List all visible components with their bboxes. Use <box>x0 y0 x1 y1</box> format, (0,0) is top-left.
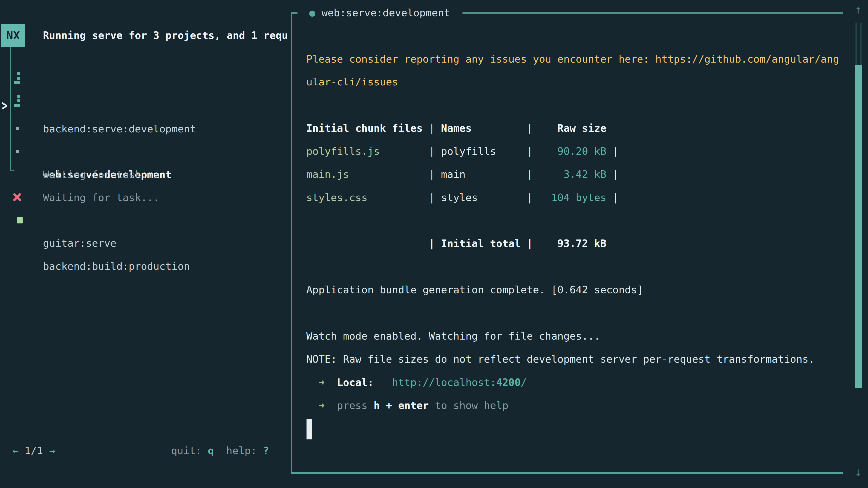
chunk-size: 3.42 kB <box>539 168 607 180</box>
panel-border-top-stub <box>291 12 298 14</box>
pad <box>306 399 318 412</box>
task-row-guitar-serve[interactable]: guitar:serve <box>0 186 291 209</box>
task-row-web-serve-selected[interactable]: > web:serve:development <box>0 94 291 117</box>
spinner-icon <box>14 95 21 107</box>
help-hint-pre: press <box>337 399 374 412</box>
header-names: Names <box>441 122 527 134</box>
spinner-icon <box>14 72 21 85</box>
task-row-waiting-2[interactable]: Waiting for task... <box>0 140 291 163</box>
chunk-size: 90.20 kB <box>539 145 607 157</box>
chunk-table-row: main.js | main | 3.42 kB | <box>306 163 619 186</box>
issue-notice-line1: Please consider reporting any issues you… <box>306 48 839 71</box>
help-hint-keys: h + enter <box>374 399 429 412</box>
nx-logo: NX <box>1 24 25 47</box>
panel-border-top <box>463 12 843 14</box>
scrollbar-thumb[interactable] <box>855 65 862 388</box>
chunk-name: polyfills <box>441 145 527 157</box>
total-pad <box>306 237 429 250</box>
task-label: guitar:serve <box>43 232 116 255</box>
arrow-right-icon: ➜ <box>318 399 324 412</box>
chunk-name: styles <box>441 192 527 203</box>
task-label: Waiting for task... <box>43 163 159 186</box>
sidebar-title: Running serve for 3 projects, and 1 requ <box>43 24 288 47</box>
chunk-file: polyfills.js <box>306 145 429 157</box>
column-separator: | <box>429 192 441 203</box>
pad <box>374 377 392 388</box>
next-page-arrow-icon[interactable]: → <box>49 445 55 457</box>
column-separator: | <box>429 168 441 180</box>
task-row-backend-build[interactable]: backend:build:production <box>0 209 291 232</box>
chunk-name: main <box>441 168 527 180</box>
column-separator: | <box>429 145 441 157</box>
watch-mode-message: Watch mode enabled. Watching for file ch… <box>306 325 600 348</box>
terminal-block-cursor <box>307 419 312 440</box>
column-separator: | <box>527 145 539 157</box>
scroll-down-arrow-icon[interactable]: ↓ <box>851 465 865 479</box>
column-separator: | <box>429 122 441 134</box>
quit-key: q <box>208 445 214 457</box>
task-row-backend-serve[interactable]: backend:serve:development <box>0 71 291 94</box>
localhost-url[interactable]: http://localhost: <box>392 377 496 388</box>
header-raw-size: Raw size <box>539 122 607 134</box>
panel-border-bottom <box>291 472 843 474</box>
chunk-table-header: Initial chunk files | Names | Raw size <box>306 117 607 140</box>
page-indicator: 1/1 <box>19 445 49 457</box>
raw-size-note: NOTE: Raw file sizes do not reflect deve… <box>306 348 815 371</box>
row-end-separator: | <box>607 168 619 180</box>
pending-dot-icon <box>16 150 19 153</box>
pad <box>324 377 337 388</box>
task-label: backend:build:production <box>43 255 190 278</box>
key-hints: quit: q help: ? <box>171 439 269 462</box>
chunk-size: 104 bytes <box>539 192 607 203</box>
chunk-table-row: styles.css | styles | 104 bytes | <box>306 186 619 209</box>
panel-title: web:serve:development <box>321 7 450 19</box>
chunk-file: styles.css <box>306 192 429 203</box>
localhost-port[interactable]: 4200 <box>496 377 521 388</box>
scrollbar-track[interactable] <box>856 23 862 65</box>
sidebar-bottom-bar: ← 1/1 → quit: q help: ? <box>0 439 291 462</box>
header-files: Initial chunk files <box>306 122 429 134</box>
running-dot-icon: ● <box>309 7 315 19</box>
pending-dot-icon <box>16 127 19 130</box>
task-row-waiting-1[interactable]: Waiting for task... <box>0 117 291 140</box>
help-hint-post: to show help <box>429 399 508 412</box>
scroll-up-arrow-icon[interactable]: ↑ <box>851 3 865 16</box>
nx-tui-screen: NX Running serve for 3 projects, and 1 r… <box>0 0 868 488</box>
panel-border-left <box>291 12 292 474</box>
issue-notice-line2: ular-cli/issues <box>306 70 398 94</box>
hint-spacer <box>214 445 226 457</box>
bundle-complete-message: Application bundle generation complete. … <box>306 278 643 301</box>
column-separator: | <box>527 122 539 134</box>
row-end-separator: | <box>607 145 619 157</box>
chunk-table-row: polyfills.js | polyfills | 90.20 kB | <box>306 140 619 163</box>
success-square-icon <box>17 217 23 223</box>
quit-hint-label: quit: <box>171 445 208 457</box>
localhost-url-suffix[interactable]: / <box>521 377 527 388</box>
column-separator: | <box>429 237 441 250</box>
prev-page-arrow-icon[interactable]: ← <box>12 445 19 457</box>
local-url-line: ➜ Local: http://localhost:4200/ <box>306 371 527 394</box>
column-separator: | <box>527 168 539 180</box>
total-size: 93.72 kB <box>539 237 607 250</box>
row-end-separator: | <box>607 192 619 203</box>
panel-title-bar: ● web:serve:development <box>309 1 450 24</box>
column-separator: | <box>527 237 539 250</box>
chunk-table-total-row: | Initial total | 93.72 kB <box>306 232 607 255</box>
pad <box>324 399 337 412</box>
help-hint-label: help: <box>226 445 263 457</box>
help-hint-line: ➜ press h + enter to show help <box>306 394 508 417</box>
arrow-right-icon: ➜ <box>318 377 324 388</box>
pad <box>306 377 318 388</box>
column-separator: | <box>527 192 539 203</box>
local-label: Local: <box>337 377 374 388</box>
pagination: ← 1/1 → <box>12 439 55 462</box>
total-label: Initial total <box>441 237 527 250</box>
failed-x-icon <box>13 193 22 202</box>
help-key: ? <box>263 445 269 457</box>
chunk-file: main.js <box>306 168 429 180</box>
